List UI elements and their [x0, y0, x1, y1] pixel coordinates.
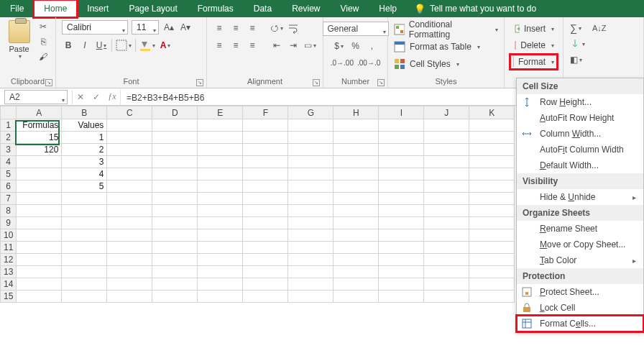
tell-me-search[interactable]: 💡 Tell me what you want to do [407, 4, 543, 14]
cell-E4[interactable] [198, 156, 243, 168]
cell-F8[interactable] [243, 205, 288, 217]
fill-color-button[interactable]: ▾ [139, 39, 155, 52]
menu-rename-sheet[interactable]: Rename Sheet [517, 221, 643, 237]
cell-B11[interactable] [62, 242, 107, 254]
cell-J6[interactable] [424, 180, 469, 193]
row-header-5[interactable]: 5 [1, 168, 17, 180]
cell-B3[interactable]: 2 [62, 144, 107, 156]
cell-H7[interactable] [334, 193, 379, 205]
cell-A6[interactable] [17, 180, 62, 193]
row-header-14[interactable]: 14 [1, 278, 17, 291]
cell-K3[interactable] [469, 144, 515, 156]
cell-H8[interactable] [334, 205, 379, 217]
cell-B15[interactable] [62, 291, 107, 303]
cell-J2[interactable] [424, 132, 469, 144]
cell-K5[interactable] [469, 168, 515, 180]
cell-E13[interactable] [198, 266, 243, 278]
cell-I7[interactable] [379, 193, 424, 205]
cell-C6[interactable] [107, 180, 152, 193]
cell-D3[interactable] [152, 144, 198, 156]
cell-E2[interactable] [198, 132, 243, 144]
cell-G13[interactable] [288, 266, 334, 278]
cell-J5[interactable] [424, 168, 469, 180]
merge-center-button[interactable]: ▭▾ [303, 39, 316, 52]
decrease-indent-button[interactable]: ⇤ [270, 39, 283, 52]
cell-A14[interactable] [17, 278, 62, 291]
column-header-D[interactable]: D [152, 106, 198, 119]
font-launcher[interactable]: ↘ [196, 79, 203, 86]
cell-K7[interactable] [469, 193, 515, 205]
cell-A1[interactable]: Formulas [17, 119, 62, 132]
tab-file[interactable]: File [0, 0, 34, 17]
cell-J4[interactable] [424, 156, 469, 168]
cell-D15[interactable] [152, 291, 198, 303]
cell-C9[interactable] [107, 217, 152, 229]
cell-K4[interactable] [469, 156, 515, 168]
name-box[interactable]: A2▾ [4, 90, 68, 104]
accounting-format-button[interactable]: $▾ [333, 40, 346, 52]
percent-button[interactable]: % [349, 40, 362, 52]
cell-A7[interactable] [17, 193, 62, 205]
cell-E7[interactable] [198, 193, 243, 205]
row-header-13[interactable]: 13 [1, 266, 17, 278]
number-launcher[interactable]: ↘ [377, 79, 385, 86]
cell-J1[interactable] [424, 119, 469, 132]
cell-E1[interactable] [198, 119, 243, 132]
cell-F2[interactable] [243, 132, 288, 144]
cell-J12[interactable] [424, 254, 469, 266]
cell-E3[interactable] [198, 144, 243, 156]
cell-G9[interactable] [288, 217, 334, 229]
row-header-11[interactable]: 11 [1, 242, 17, 254]
menu-autofit-row-height[interactable]: AutoFit Row Height [517, 110, 643, 126]
align-left-button[interactable]: ≡ [213, 39, 226, 52]
cell-G1[interactable] [288, 119, 334, 132]
row-header-1[interactable]: 1 [1, 119, 17, 132]
column-header-C[interactable]: C [107, 106, 152, 119]
number-format-select[interactable]: General▾ [323, 22, 389, 36]
cell-F7[interactable] [243, 193, 288, 205]
menu-autofit-column-width[interactable]: AutoFit Column Width [517, 142, 643, 157]
underline-button[interactable]: U▾ [95, 39, 108, 52]
column-header-H[interactable]: H [334, 106, 379, 119]
format-as-table-button[interactable]: Format as Table▾ [394, 39, 498, 55]
font-color-button[interactable]: A▾ [159, 39, 172, 52]
cell-I11[interactable] [379, 242, 424, 254]
cell-G12[interactable] [288, 254, 334, 266]
cell-F3[interactable] [243, 144, 288, 156]
cell-K6[interactable] [469, 180, 515, 193]
tab-insert[interactable]: Insert [77, 0, 119, 17]
cell-E8[interactable] [198, 205, 243, 217]
cell-H9[interactable] [334, 217, 379, 229]
cell-G5[interactable] [288, 168, 334, 180]
row-header-3[interactable]: 3 [1, 144, 17, 156]
cell-E5[interactable] [198, 168, 243, 180]
row-header-6[interactable]: 6 [1, 180, 17, 193]
cell-D12[interactable] [152, 254, 198, 266]
cell-K9[interactable] [469, 217, 515, 229]
cell-A10[interactable] [17, 229, 62, 242]
align-center-button[interactable]: ≡ [229, 39, 242, 52]
cell-F12[interactable] [243, 254, 288, 266]
cell-J9[interactable] [424, 217, 469, 229]
column-header-F[interactable]: F [243, 106, 288, 119]
cell-I4[interactable] [379, 156, 424, 168]
cell-I2[interactable] [379, 132, 424, 144]
cell-G8[interactable] [288, 205, 334, 217]
cell-F10[interactable] [243, 229, 288, 242]
cell-A2[interactable]: 15 [17, 132, 62, 144]
cell-H4[interactable] [334, 156, 379, 168]
cancel-formula-button[interactable]: ✕ [73, 89, 88, 105]
cell-styles-button[interactable]: Cell Styles▾ [394, 56, 498, 72]
align-middle-button[interactable]: ≡ [229, 22, 242, 35]
cell-F11[interactable] [243, 242, 288, 254]
menu-format-cells[interactable]: Format Cells... [517, 316, 643, 332]
increase-decimal-button[interactable]: .0→.00 [331, 56, 354, 69]
insert-function-button[interactable]: ƒx [104, 89, 120, 105]
cell-D14[interactable] [152, 278, 198, 291]
cell-A8[interactable] [17, 205, 62, 217]
cell-K11[interactable] [469, 242, 515, 254]
cell-I6[interactable] [379, 180, 424, 193]
cell-A9[interactable] [17, 217, 62, 229]
cell-J3[interactable] [424, 144, 469, 156]
cut-button[interactable]: ✂ [37, 20, 50, 33]
